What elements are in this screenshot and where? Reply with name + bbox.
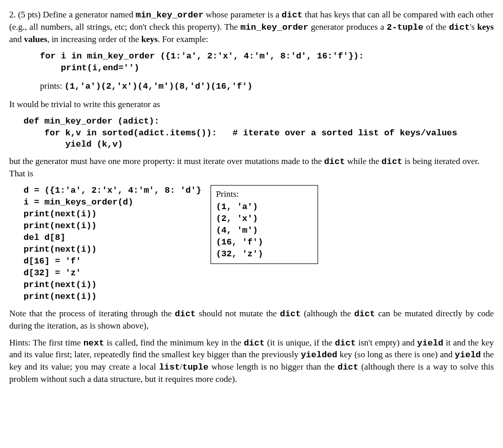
list-word: list	[159, 362, 180, 372]
trivial-text: It would be trivial to write this genera…	[9, 99, 494, 111]
code-block-2: def min_key_order (adict): for k,v in so…	[24, 116, 494, 151]
problem-text-1e: of the	[423, 22, 449, 32]
prints-box: Prints: (1, 'a') (2, 'x') (4, 'm') (16, …	[211, 185, 318, 264]
problem-points: (5 pts)	[18, 10, 40, 19]
and-word: and	[9, 34, 24, 44]
code2-line2: for k,v in sorted(adict.items()): # iter…	[24, 128, 457, 138]
hints-paragraph: Hints: The first time next is called, fi…	[9, 337, 494, 386]
problem-statement: 2. (5 pts) Define a generator named min_…	[9, 9, 494, 46]
hints-a: Hints: The first time	[9, 338, 83, 348]
hints-c: (it is unique, if the	[265, 338, 335, 348]
prints-box-header: Prints:	[216, 189, 310, 200]
code1-line1: for i in min_key_order ({1:'a', 2:'x', 4…	[40, 51, 364, 61]
page: 2. (5 pts) Define a generator named min_…	[9, 9, 494, 385]
prints-box-output: (1, 'a') (2, 'x') (4, 'm') (16, 'f') (32…	[216, 201, 310, 260]
problem-text-1h: . For example:	[158, 34, 208, 44]
note-a: Note that the process of iterating throu…	[9, 309, 175, 318]
problem-text-1g: , in increasing order of the	[47, 34, 141, 44]
but-text-b: while the	[345, 156, 381, 166]
yield-word: yield	[417, 338, 443, 348]
fn-name: min_key_order	[136, 10, 204, 20]
keys-bold-2: keys	[141, 34, 158, 44]
code1-line2: print(i,end='')	[40, 63, 139, 73]
but-text-a: but the generator must have one more pro…	[9, 156, 324, 166]
code-block-1: for i in min_key_order ({1:'a', 2:'x', 4…	[40, 51, 494, 74]
code-block-3: d = ({1:'a', 2:'x', 4:'m', 8: 'd'} i = m…	[24, 185, 201, 302]
keys-bold: keys	[477, 22, 494, 32]
code2-line3: yield (k,v)	[24, 139, 123, 149]
problem-text-1b: whose parameter is a	[203, 10, 281, 19]
example-mutation: d = ({1:'a', 2:'x', 4:'m', 8: 'd'} i = m…	[24, 185, 494, 302]
note-b: should not mutate the	[196, 309, 280, 318]
tuple-word: tuple	[182, 362, 208, 372]
problem-text-1f: 's	[470, 22, 477, 32]
two-tuple: 2-tuple	[387, 23, 423, 32]
dict-word-2: dict	[449, 23, 470, 32]
hints-h: whose length is no bigger than the	[208, 362, 338, 372]
dict-word-5: dict	[175, 309, 196, 319]
hints-b: is called, find the minimum key in the	[104, 338, 243, 348]
prints-line: prints: (1,'a')(2,'x')(4,'m')(8,'d')(16,…	[40, 80, 494, 93]
dict-word-10: dict	[338, 362, 359, 372]
dict-word-6: dict	[280, 309, 301, 319]
dict-word-1: dict	[282, 10, 303, 20]
hints-d: isn't empty) and	[356, 338, 417, 348]
code2-line1: def min_key_order (adict):	[24, 116, 159, 126]
dict-word-3: dict	[324, 157, 345, 167]
dict-word-4: dict	[382, 157, 403, 167]
values-bold: values	[24, 34, 47, 44]
yielded-word: yielded	[301, 350, 337, 360]
problem-text-1d: generator produces a	[308, 22, 387, 32]
prints-value: (1,'a')(2,'x')(4,'m')(8,'d')(16,'f')	[65, 82, 253, 91]
dict-word-7: dict	[354, 309, 375, 319]
note-c: (although the	[301, 309, 354, 318]
hints-f: key (so long as there is one) and	[338, 350, 455, 359]
prints-label-text: prints:	[40, 81, 65, 91]
dict-word-9: dict	[335, 338, 356, 348]
dict-word-8: dict	[244, 338, 265, 348]
problem-text-1a: Define a generator named	[43, 10, 136, 19]
next-word: next	[83, 338, 104, 348]
but-paragraph: but the generator must have one more pro…	[9, 156, 494, 180]
fn-name-2: min_key_order	[240, 23, 308, 32]
yield-word-2: yield	[455, 350, 481, 360]
problem-number: 2.	[9, 10, 16, 19]
note-paragraph: Note that the process of iterating throu…	[9, 308, 494, 332]
